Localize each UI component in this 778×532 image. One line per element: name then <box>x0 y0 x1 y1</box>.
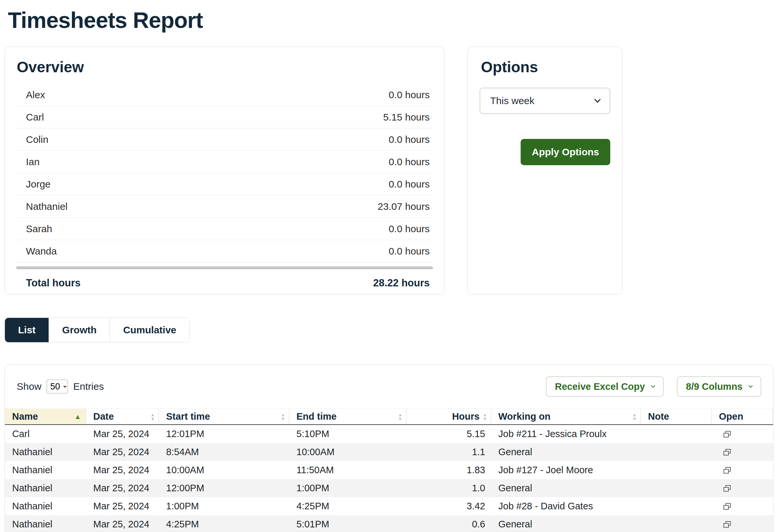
timesheet-table-card: Show 50 Entries Receive Excel Copy 8/9 C… <box>5 364 773 532</box>
overview-row: Carl 5.15 hours <box>15 106 434 129</box>
cell-end-time: 1:00PM <box>289 479 406 497</box>
cell-start-time: 1:00PM <box>159 497 289 515</box>
cell-note <box>641 425 712 443</box>
table-row: Carl Mar 25, 2024 12:01PM 5:10PM 5.15 Jo… <box>5 425 773 443</box>
cell-date: Mar 25, 2024 <box>86 425 159 443</box>
sort-icon: ▴▾ <box>282 412 284 421</box>
cell-date: Mar 25, 2024 <box>86 497 159 515</box>
open-popup-icon[interactable] <box>723 467 731 473</box>
overview-person-hours: 0.0 hours <box>389 89 430 100</box>
chevron-down-icon <box>749 384 753 388</box>
tab[interactable]: Cumulative <box>110 318 189 342</box>
total-hours-label: Total hours <box>26 277 80 289</box>
sort-ascending-icon: ▲ <box>74 413 81 421</box>
cell-working-on: Job #28 - David Gates <box>491 497 641 515</box>
entries-label: Entries <box>73 381 104 392</box>
overview-person-name: Alex <box>26 89 45 100</box>
apply-options-button[interactable]: Apply Options <box>521 139 610 165</box>
tab[interactable]: List <box>5 318 49 342</box>
receive-excel-copy-button[interactable]: Receive Excel Copy <box>546 376 664 397</box>
overview-person-hours: 23.07 hours <box>378 201 430 212</box>
open-popup-icon[interactable] <box>723 449 731 455</box>
overview-row: Ian 0.0 hours <box>15 151 434 173</box>
table-row: Nathaniel Mar 25, 2024 10:00AM 11:50AM 1… <box>5 461 773 479</box>
cell-note <box>641 461 712 479</box>
cell-date: Mar 25, 2024 <box>86 443 159 461</box>
view-tabs: List Growth Cumulative <box>5 317 190 343</box>
column-header-label: Open <box>719 411 743 422</box>
table-controls: Show 50 Entries Receive Excel Copy 8/9 C… <box>5 376 773 397</box>
column-header[interactable]: Start time ▲ ▴▾ <box>159 409 289 424</box>
table-header-row: Name ▲ ▴▾ Date ▲ ▴▾ Start time ▲ ▴▾ <box>5 408 773 425</box>
receive-excel-copy-label: Receive Excel Copy <box>555 381 645 392</box>
overview-person-name: Carl <box>26 111 44 123</box>
open-popup-icon[interactable] <box>723 503 731 510</box>
cell-name: Nathaniel <box>5 461 86 479</box>
overview-list: Alex 0.0 hours Carl 5.15 hours Colin 0.0… <box>15 84 434 262</box>
overview-row: Jorge 0.0 hours <box>15 173 434 196</box>
column-header-label: Start time <box>166 411 210 422</box>
columns-button-label: 8/9 Columns <box>686 381 743 392</box>
table-actions: Receive Excel Copy 8/9 Columns <box>546 376 761 397</box>
cell-open <box>712 497 773 515</box>
cell-hours: 5.15 <box>406 425 491 443</box>
overview-heading: Overview <box>17 58 434 76</box>
cell-hours: 0.6 <box>406 515 491 532</box>
column-header-label: Name <box>12 411 38 422</box>
cell-note <box>641 515 712 532</box>
columns-button[interactable]: 8/9 Columns <box>677 376 761 397</box>
cell-end-time: 11:50AM <box>289 461 406 479</box>
chevron-down-icon <box>651 384 655 388</box>
cell-date: Mar 25, 2024 <box>86 515 159 532</box>
sort-icon: ▴▾ <box>151 412 154 421</box>
overview-person-hours: 0.0 hours <box>389 134 430 145</box>
overview-scrollbar[interactable] <box>16 266 433 269</box>
open-popup-icon[interactable] <box>723 521 731 528</box>
column-header[interactable]: Working on ▲ ▴▾ <box>491 409 641 424</box>
cell-date: Mar 25, 2024 <box>86 461 159 479</box>
cell-end-time: 5:10PM <box>289 425 406 443</box>
column-header[interactable]: End time ▲ ▴▾ <box>289 409 406 424</box>
column-header-label: End time <box>296 411 336 422</box>
overview-total-row: Total hours 28.22 hours <box>15 275 434 289</box>
cell-working-on: Job #127 - Joel Moore <box>491 461 641 479</box>
cell-name: Nathaniel <box>5 497 86 515</box>
open-popup-icon[interactable] <box>723 431 731 438</box>
cell-hours: 1.1 <box>406 443 491 461</box>
column-header-label: Hours <box>452 411 480 422</box>
cell-name: Carl <box>5 425 86 443</box>
column-header[interactable]: Hours ▲ ▴▾ <box>406 409 491 424</box>
page-size-select[interactable]: 50 <box>47 380 68 393</box>
overview-row: Nathaniel 23.07 hours <box>15 196 434 218</box>
open-popup-icon[interactable] <box>723 485 731 491</box>
period-select[interactable]: This week <box>480 88 610 114</box>
cell-hours: 1.0 <box>406 479 491 497</box>
options-card: Options This week Apply Options <box>467 47 622 295</box>
overview-person-name: Ian <box>26 156 40 167</box>
cell-name: Nathaniel <box>5 479 86 497</box>
column-header-label: Working on <box>498 411 550 422</box>
column-header[interactable]: Date ▲ ▴▾ <box>86 409 159 424</box>
show-label: Show <box>17 381 42 392</box>
column-header[interactable]: Open ▲ ▴▾ <box>712 409 773 424</box>
summary-section: Overview Alex 0.0 hours Carl 5.15 hours … <box>5 47 773 295</box>
table-row: Nathaniel Mar 25, 2024 8:54AM 10:00AM 1.… <box>5 443 773 461</box>
cell-hours: 1.83 <box>406 461 491 479</box>
cell-open <box>712 515 773 532</box>
overview-row: Colin 0.0 hours <box>15 129 434 151</box>
overview-card: Overview Alex 0.0 hours Carl 5.15 hours … <box>5 47 445 295</box>
cell-note <box>641 497 712 515</box>
overview-person-hours: 5.15 hours <box>383 111 430 123</box>
column-header[interactable]: Name ▲ ▴▾ <box>5 409 86 424</box>
tab[interactable]: Growth <box>49 318 110 342</box>
sort-icon: ▴▾ <box>633 412 636 421</box>
total-hours-value: 28.22 hours <box>373 277 430 289</box>
overview-row: Sarah 0.0 hours <box>15 218 434 240</box>
column-header[interactable]: Note ▲ ▴▾ <box>641 409 712 424</box>
cell-end-time: 5:01PM <box>289 515 406 532</box>
period-select-value: This week <box>490 95 534 106</box>
cell-working-on: Job #211 - Jessica Proulx <box>491 425 641 443</box>
cell-date: Mar 25, 2024 <box>86 479 159 497</box>
cell-working-on: General <box>491 443 641 461</box>
sort-icon: ▴▾ <box>399 412 401 421</box>
